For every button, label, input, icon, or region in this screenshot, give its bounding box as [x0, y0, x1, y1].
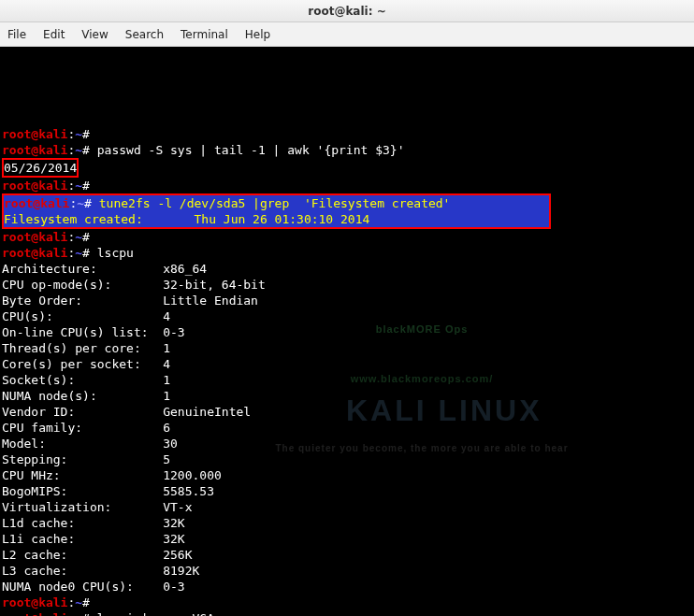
output-date: 05/26/2014 [2, 158, 692, 178]
lscpu-row: NUMA node(s): 1 [2, 388, 692, 404]
lscpu-row: L3 cache: 8192K [2, 563, 692, 579]
menu-terminal[interactable]: Terminal [181, 28, 228, 41]
menu-help[interactable]: Help [245, 28, 270, 41]
lscpu-row: BogoMIPS: 5585.53 [2, 483, 692, 499]
prompt-line: root@kali:~# [2, 229, 692, 245]
lscpu-row: CPU MHz: 1200.000 [2, 467, 692, 483]
lscpu-row: Model: 30 [2, 436, 692, 451]
command-lscpu: root@kali:~# lscpu [2, 245, 692, 261]
lscpu-row: Byte Order: Little Endian [2, 293, 692, 308]
lscpu-row: CPU op-mode(s): 32-bit, 64-bit [2, 277, 692, 293]
menu-file[interactable]: File [7, 28, 26, 41]
terminal-area[interactable]: blackMORE Ops www.blackmoreops.com/ KALI… [0, 47, 694, 616]
command-passwd: root@kali:~# passwd -S sys | tail -1 | a… [2, 142, 692, 158]
window-title: root@kali: ~ [308, 5, 385, 18]
lscpu-row: L1d cache: 32K [2, 515, 692, 531]
menu-search[interactable]: Search [125, 28, 164, 41]
menu-view[interactable]: View [81, 28, 108, 41]
command-tune2fs: root@kali:~# tune2fs -l /dev/sda5 |grep … [4, 195, 549, 211]
lscpu-row: Socket(s): 1 [2, 372, 692, 388]
lscpu-row: Virtualization: VT-x [2, 499, 692, 515]
lscpu-row: L1i cache: 32K [2, 531, 692, 547]
lscpu-row: L2 cache: 256K [2, 547, 692, 563]
prompt-line: root@kali:~# [2, 126, 692, 142]
command-lspci: root@kali:~# lspci | grep VGA [2, 610, 692, 616]
lscpu-row: Stepping: 5 [2, 451, 692, 467]
lscpu-row: Architecture: x86_64 [2, 261, 692, 277]
menu-edit[interactable]: Edit [43, 28, 65, 41]
lscpu-row: Core(s) per socket: 4 [2, 356, 692, 372]
lscpu-row: CPU(s): 4 [2, 308, 692, 324]
lscpu-row: CPU family: 6 [2, 420, 692, 436]
prompt-line: root@kali:~# [2, 595, 692, 610]
menubar: File Edit View Search Terminal Help [0, 22, 694, 47]
output-filesystem-created: Filesystem created: Thu Jun 26 01:30:10 … [4, 211, 549, 227]
window-titlebar: root@kali: ~ [0, 0, 694, 22]
prompt-line: root@kali:~# [2, 178, 692, 193]
lscpu-row: On-line CPU(s) list: 0-3 [2, 324, 692, 340]
lscpu-row: Vendor ID: GenuineIntel [2, 404, 692, 420]
lscpu-row: NUMA node0 CPU(s): 0-3 [2, 579, 692, 595]
lscpu-row: Thread(s) per core: 1 [2, 340, 692, 356]
terminal-content: root@kali:~#root@kali:~# passwd -S sys |… [2, 126, 692, 616]
